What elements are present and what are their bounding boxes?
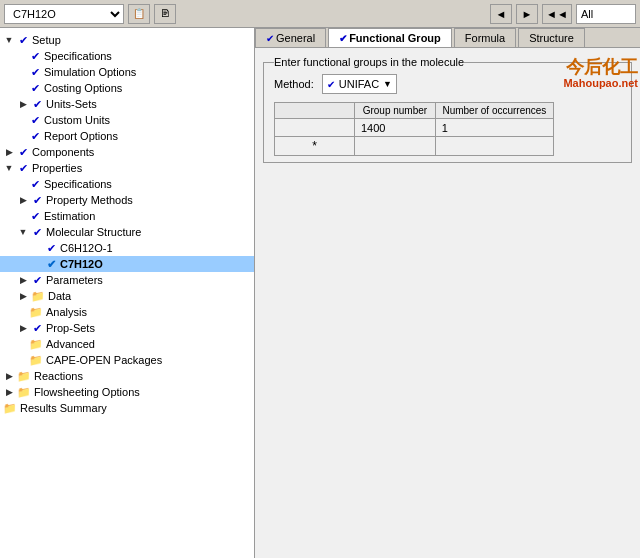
- tab-structure[interactable]: Structure: [518, 28, 585, 47]
- toolbar: C7H12O 📋 🖹 ◄ ► ◄◄: [0, 0, 640, 28]
- folder-data-icon: 📁: [30, 289, 46, 303]
- tree-label-prop-spec: Specifications: [44, 178, 112, 190]
- check-c6h12o: ✔: [44, 241, 58, 255]
- expander-mol-struct[interactable]: ▼: [16, 225, 30, 239]
- nav-skip-back-button[interactable]: ◄◄: [542, 4, 572, 24]
- expander-properties[interactable]: ▼: [2, 161, 16, 175]
- tree-label-reactions: Reactions: [34, 370, 83, 382]
- tree-item-flowsheeting[interactable]: ▶ 📁 Flowsheeting Options: [0, 384, 254, 400]
- tree-label-params: Parameters: [46, 274, 103, 286]
- tab-formula[interactable]: Formula: [454, 28, 516, 47]
- tab-fg-check: ✔: [339, 33, 347, 44]
- check-c7h12o: ✔: [44, 257, 58, 271]
- table-header-occurrences: Number of occurrences: [435, 103, 553, 119]
- tab-structure-label: Structure: [529, 32, 574, 44]
- folder-cape-open-icon: 📁: [28, 353, 44, 367]
- expander-data[interactable]: ▶: [16, 289, 30, 303]
- check-mol-struct: ✔: [30, 225, 44, 239]
- tree-item-molecular-structure[interactable]: ▼ ✔ Molecular Structure: [0, 224, 254, 240]
- tree-item-advanced[interactable]: 📁 Advanced: [0, 336, 254, 352]
- tree-item-units-sets[interactable]: ▶ ✔ Units-Sets: [0, 96, 254, 112]
- expander-reactions[interactable]: ▶: [2, 369, 16, 383]
- folder-advanced-icon: 📁: [28, 337, 44, 351]
- tree-label-costing: Costing Options: [44, 82, 122, 94]
- tree-item-cape-open[interactable]: 📁 CAPE-OPEN Packages: [0, 352, 254, 368]
- tree-label-properties: Properties: [32, 162, 82, 174]
- tree-item-specifications[interactable]: ✔ Specifications: [0, 48, 254, 64]
- tree-label-c6h12o: C6H12O-1: [60, 242, 113, 254]
- all-input[interactable]: [576, 4, 636, 24]
- table-row-1-occurrences[interactable]: 1: [435, 119, 553, 137]
- tree-item-c6h12o-1[interactable]: ✔ C6H12O-1: [0, 240, 254, 256]
- check-prop-spec: ✔: [28, 177, 42, 191]
- method-check-icon: ✔: [327, 79, 335, 90]
- method-value: UNIFAC: [339, 78, 379, 90]
- table-header-marker: [275, 103, 355, 119]
- tab-fg-label: Functional Group: [349, 32, 441, 44]
- tree-item-setup[interactable]: ▼ ✔ Setup: [0, 32, 254, 48]
- tree-item-property-methods[interactable]: ▶ ✔ Property Methods: [0, 192, 254, 208]
- tree-item-reactions[interactable]: ▶ 📁 Reactions: [0, 368, 254, 384]
- tree-item-analysis[interactable]: 📁 Analysis: [0, 304, 254, 320]
- expander-prop-sets[interactable]: ▶: [16, 321, 30, 335]
- tab-general-check: ✔: [266, 33, 274, 44]
- tree-item-data[interactable]: ▶ 📁 Data: [0, 288, 254, 304]
- tree-item-c7h12o[interactable]: ✔ C7H12O: [0, 256, 254, 272]
- tree-label-advanced: Advanced: [46, 338, 95, 350]
- tree-label-spec: Specifications: [44, 50, 112, 62]
- tree-item-prop-sets[interactable]: ▶ ✔ Prop-Sets: [0, 320, 254, 336]
- toolbar-btn-2[interactable]: 🖹: [154, 4, 176, 24]
- table-row-2-occurrences[interactable]: [435, 137, 553, 156]
- tree-item-parameters[interactable]: ▶ ✔ Parameters: [0, 272, 254, 288]
- tree-label-c7h12o: C7H12O: [60, 258, 103, 270]
- tree-item-prop-spec[interactable]: ✔ Specifications: [0, 176, 254, 192]
- expander-units[interactable]: ▶: [16, 97, 30, 111]
- table-row-1-group-number[interactable]: 1400: [355, 119, 436, 137]
- expander-components[interactable]: ▶: [2, 145, 16, 159]
- check-estimation: ✔: [28, 209, 42, 223]
- tree-item-custom-units[interactable]: ✔ Custom Units: [0, 112, 254, 128]
- functional-groups-table: Group number Number of occurrences 1400 …: [274, 102, 554, 156]
- tree-label-analysis: Analysis: [46, 306, 87, 318]
- tree-label-simoptions: Simulation Options: [44, 66, 136, 78]
- check-spec: ✔: [28, 49, 42, 63]
- tree-item-report-options[interactable]: ✔ Report Options: [0, 128, 254, 144]
- nav-forward-button[interactable]: ►: [516, 4, 538, 24]
- check-costing: ✔: [28, 81, 42, 95]
- toolbar-btn-1[interactable]: 📋: [128, 4, 150, 24]
- check-prop-sets: ✔: [30, 321, 44, 335]
- tree-label-components: Components: [32, 146, 94, 158]
- expander-flowsheeting[interactable]: ▶: [2, 385, 16, 399]
- folder-reactions-icon: 📁: [16, 369, 32, 383]
- tree-label-custom: Custom Units: [44, 114, 110, 126]
- expander-prop-methods[interactable]: ▶: [16, 193, 30, 207]
- table-row-2-marker: *: [275, 137, 355, 156]
- tab-general-label: General: [276, 32, 315, 44]
- folder-analysis-icon: 📁: [28, 305, 44, 319]
- tree-label-prop-methods: Property Methods: [46, 194, 133, 206]
- tree-label-report: Report Options: [44, 130, 118, 142]
- molecule-dropdown[interactable]: C7H12O: [4, 4, 124, 24]
- tree-item-estimation[interactable]: ✔ Estimation: [0, 208, 254, 224]
- tree-item-simulation-options[interactable]: ✔ Simulation Options: [0, 64, 254, 80]
- method-dropdown-arrow[interactable]: ▼: [383, 79, 392, 89]
- method-label: Method:: [274, 78, 314, 90]
- tab-functional-group[interactable]: ✔ Functional Group: [328, 28, 452, 47]
- tree-item-components[interactable]: ▶ ✔ Components: [0, 144, 254, 160]
- nav-back-button[interactable]: ◄: [490, 4, 512, 24]
- check-properties: ✔: [16, 161, 30, 175]
- table-row-2-group-number[interactable]: [355, 137, 436, 156]
- check-simoptions: ✔: [28, 65, 42, 79]
- tree-item-properties[interactable]: ▼ ✔ Properties: [0, 160, 254, 176]
- tree-item-results[interactable]: 📁 Results Summary: [0, 400, 254, 416]
- tree-panel: ▼ ✔ Setup ✔ Specifications ✔ Simulation …: [0, 28, 255, 558]
- tab-general[interactable]: ✔ General: [255, 28, 326, 47]
- tree-label-results: Results Summary: [20, 402, 107, 414]
- expander-params[interactable]: ▶: [16, 273, 30, 287]
- check-units: ✔: [30, 97, 44, 111]
- content-wrapper: Enter functional groups in the molecule …: [255, 48, 640, 171]
- method-select[interactable]: ✔ UNIFAC ▼: [322, 74, 397, 94]
- table-row: 1400 1: [275, 119, 554, 137]
- tree-item-costing-options[interactable]: ✔ Costing Options: [0, 80, 254, 96]
- expander-setup[interactable]: ▼: [2, 33, 16, 47]
